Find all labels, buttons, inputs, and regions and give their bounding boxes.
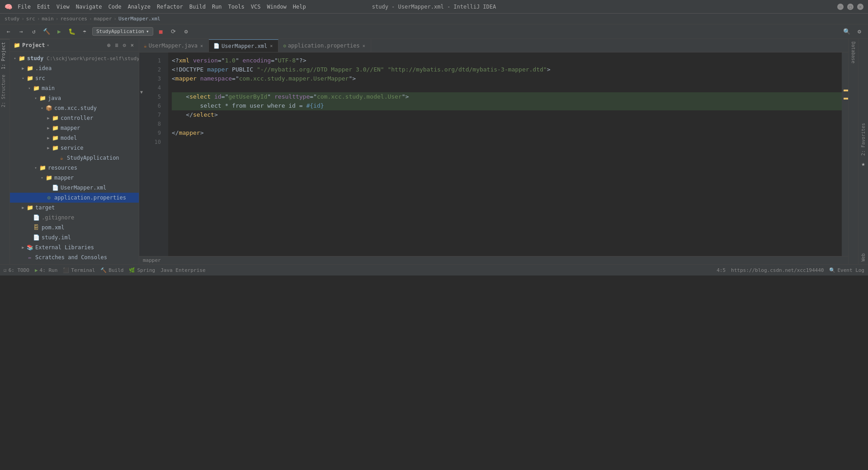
menu-vcs[interactable]: VCS [251,4,261,10]
window-controls: — □ ✕ [837,4,863,10]
breadcrumb-file[interactable]: UserMapper.xml [118,16,160,22]
line-num-9: 9 [146,128,165,138]
tab-close-props[interactable]: × [362,43,366,49]
tree-item-study-root[interactable]: ▾ 📁 study C:\sckj\work\project-self\stud… [10,53,139,63]
build-status-button[interactable]: 🔨 Build [100,267,123,273]
tab-close-java[interactable]: × [199,43,204,49]
tree-item-src[interactable]: ▾ 📁 src [10,73,139,83]
menu-help[interactable]: Help [293,4,306,10]
structure-tool-button[interactable]: 2: Structure [0,72,9,110]
tree-item-scratches[interactable]: ✏ Scratches and Consoles [10,252,139,262]
code-line-4 [172,83,842,92]
forward-button[interactable]: → [16,27,26,37]
tree-item-pom[interactable]: 🗄 pom.xml [10,223,139,233]
run-button[interactable]: ▶ [54,27,64,37]
breadcrumb-src[interactable]: src [26,16,35,22]
arrow-study: ▾ [12,55,18,62]
project-tree: ▾ 📁 study C:\sckj\work\project-self\stud… [10,52,139,264]
back-button[interactable]: ← [4,27,14,37]
url-label[interactable]: https://blog.csdn.net/xcc194440 [731,267,824,273]
cursor-position[interactable]: 4:5 [717,267,726,273]
tree-item-target[interactable]: ▶ 📁 target [10,203,139,213]
tree-item-mapper-res[interactable]: ▾ 📁 mapper [10,173,139,183]
locate-button[interactable]: ⊕ [106,42,112,49]
minimize-button[interactable]: — [837,4,844,10]
tab-usermapper-xml[interactable]: 📄 UserMapper.xml × [209,39,278,52]
search-everywhere-button[interactable]: 🔍 [842,27,852,37]
breadcrumb-study[interactable]: study [5,16,19,22]
tree-item-idea[interactable]: ▶ 📁 .idea [10,63,139,73]
terminal-button[interactable]: ⬛ Terminal [63,267,95,273]
menu-analyze[interactable]: Analyze [127,4,151,10]
tab-usermapper-java[interactable]: ☕ UserMapper.java × [139,39,209,52]
tree-item-usermapper-xml[interactable]: 📄 UserMapper.xml [10,183,139,193]
scroll-track[interactable] [846,52,848,256]
star-icon[interactable]: ★ [859,158,867,169]
menu-refactor[interactable]: Refactor [157,4,183,10]
code-editor[interactable]: ▼ 1 2 3 4 5 6 7 8 9 10 [139,52,848,256]
tree-item-model[interactable]: ▶ 📁 model [10,133,139,143]
maximize-button[interactable]: □ [847,4,854,10]
tree-item-study-app[interactable]: ☕ StudyApplication [10,153,139,163]
tree-item-app-props[interactable]: ⚙ application.properties [10,193,139,203]
java-enterprise-button[interactable]: Java Enterprise [160,267,205,273]
tab-application-props[interactable]: ⚙ application.properties × [278,39,371,52]
menu-build[interactable]: Build [189,4,206,10]
menu-view[interactable]: View [57,4,70,10]
tree-item-mapper-pkg[interactable]: ▶ 📁 mapper [10,123,139,133]
menu-file[interactable]: File [18,4,31,10]
fold-icon-5[interactable]: ▼ [140,90,143,95]
tree-item-controller[interactable]: ▶ 📁 controller [10,113,139,123]
breadcrumb-main[interactable]: main [42,16,54,22]
close-button[interactable]: ✕ [857,4,863,10]
tree-item-service[interactable]: ▶ 📁 service [10,143,139,153]
favorites-button[interactable]: 2: Favorites [860,120,867,158]
event-log-button[interactable]: 🔍 Event Log [829,267,864,273]
menu-code[interactable]: Code [108,4,122,10]
breadcrumb-mapper[interactable]: mapper [94,16,112,22]
fold-gutter: ▼ [139,52,146,256]
web-button[interactable]: Web [860,251,867,264]
icon-java: 📁 [39,95,46,102]
collapse-all-button[interactable]: ≡ [113,42,119,49]
menu-run[interactable]: Run [212,4,222,10]
tree-item-ext-libs[interactable]: ▶ 📚 External Libraries [10,242,139,252]
right-tool-buttons: Database [848,39,858,264]
tree-item-java[interactable]: ▾ 📁 java [10,93,139,103]
tree-item-package[interactable]: ▾ 📦 com.xcc.study [10,103,139,113]
menu-tools[interactable]: Tools [228,4,245,10]
toolbar: ← → ↺ 🔨 ▶ 🐛 ☂ StudyApplication ▾ ■ ⟳ ⚙ 🔍… [0,24,868,39]
project-tool-button[interactable]: 1: Project [0,39,9,72]
menu-window[interactable]: Window [267,4,286,10]
tab-icon-xml: 📄 [213,43,220,49]
close-panel-button[interactable]: × [129,42,135,49]
code-content[interactable]: <?xml version="1.0" encoding="UTF-8"?> <… [168,52,842,256]
breadcrumb-resources[interactable]: resources [60,16,87,22]
tree-item-gitignore[interactable]: 📄 .gitignore [10,213,139,223]
menu-edit[interactable]: Edit [37,4,50,10]
gear-settings-button[interactable]: ⚙ [122,42,127,49]
spring-button[interactable]: 🌿 Spring [129,267,155,273]
arrow-package: ▾ [39,105,45,111]
run-config-dropdown[interactable]: StudyApplication ▾ [92,27,153,36]
todo-button[interactable]: ☑ 6: TODO [4,267,29,273]
tree-item-study-iml[interactable]: 📄 study.iml [10,233,139,242]
coverage-button[interactable]: ☂ [80,27,90,37]
run-config-label: StudyApplication [96,28,144,34]
sync-button[interactable]: ⟳ [169,27,179,37]
tree-item-main[interactable]: ▾ 📁 main [10,83,139,93]
refresh-button[interactable]: ↺ [29,27,39,37]
run-status-button[interactable]: ▶ 4: Run [35,267,57,273]
settings-gear-button[interactable]: ⚙ [854,27,864,37]
build-button[interactable]: 🔨 [42,27,52,37]
database-tool-button[interactable]: Database [850,39,857,66]
arrow-idea: ▶ [20,65,26,71]
stop-button[interactable]: ■ [156,27,166,37]
project-dropdown-icon[interactable]: ▾ [47,43,49,47]
line-num-1: 1 [146,56,165,65]
tree-item-resources[interactable]: ▾ 📁 resources [10,163,139,173]
settings-button[interactable]: ⚙ [181,27,191,37]
tab-close-xml[interactable]: × [269,43,274,49]
menu-navigate[interactable]: Navigate [76,4,102,10]
debug-button[interactable]: 🐛 [67,27,77,37]
